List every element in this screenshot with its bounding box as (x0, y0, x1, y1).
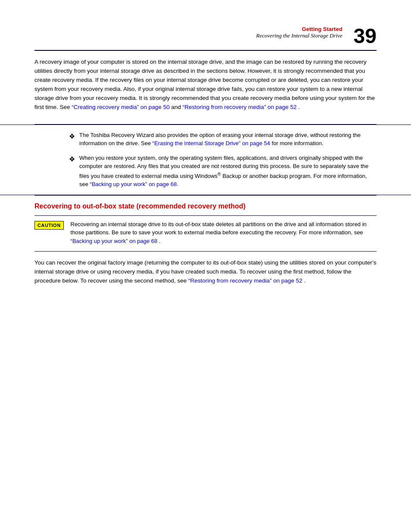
page-subtitle: Recovering the Internal Storage Drive (0, 32, 342, 39)
page-header: Getting Started Recovering the Internal … (0, 26, 411, 50)
recovery-content-block: You can recover the original factory ima… (0, 252, 411, 298)
note2-superscript: ® (218, 171, 221, 177)
note-bullet-2: ❖ (69, 154, 75, 165)
caution-block: CAUTION Recovering an internal storage d… (0, 216, 411, 252)
caution-text-after: . (159, 238, 161, 244)
note-item-2: ❖ When you restore your system, only the… (69, 154, 377, 189)
page: Getting Started Recovering the Internal … (0, 0, 411, 532)
note-bullet-1: ❖ (69, 131, 75, 142)
note2-text-after: . (177, 181, 178, 187)
main-paragraph: A recovery image of your computer is sto… (34, 58, 377, 112)
link-creating-recovery-media[interactable]: “Creating recovery media” on page 50 (72, 104, 169, 110)
recovery-text-after: . (304, 277, 306, 284)
header-text-block: Getting Started Recovering the Internal … (0, 26, 349, 39)
link-restoring-recovery-media[interactable]: “Restoring from recovery media” on page … (183, 104, 297, 110)
note-text-1: The Toshiba Recovery Wizard also provide… (79, 131, 377, 148)
main-paragraph-end: . (298, 104, 300, 110)
notes-section: ❖ The Toshiba Recovery Wizard also provi… (0, 124, 411, 195)
note-text-2: When you restore your system, only the o… (79, 154, 377, 189)
note1-text-after: for more information. (272, 140, 324, 146)
note1-link[interactable]: “Erasing the Internal Storage Drive” on … (153, 140, 270, 146)
page-number: 39 (349, 26, 377, 47)
caution-text: Recovering an internal storage drive to … (71, 220, 377, 246)
caution-text-before: Recovering an internal storage drive to … (71, 221, 367, 236)
note2-link[interactable]: “Backing up your work” on page 68 (90, 181, 177, 187)
chapter-label: Getting Started (0, 26, 342, 32)
recovery-link[interactable]: “Restoring from recovery media” on page … (188, 277, 302, 284)
caution-label: CAUTION (34, 221, 64, 230)
main-content-block: A recovery image of your computer is sto… (0, 51, 411, 124)
main-text-before-links: A recovery image of your computer is sto… (34, 59, 375, 110)
caution-link[interactable]: “Backing up your work” on page 68 (71, 238, 158, 244)
main-conjunction: and (171, 104, 182, 110)
recovery-paragraph: You can recover the original factory ima… (34, 258, 377, 286)
section-heading: Recovering to out-of-box state (recommen… (0, 196, 411, 215)
note-item-1: ❖ The Toshiba Recovery Wizard also provi… (69, 131, 377, 148)
